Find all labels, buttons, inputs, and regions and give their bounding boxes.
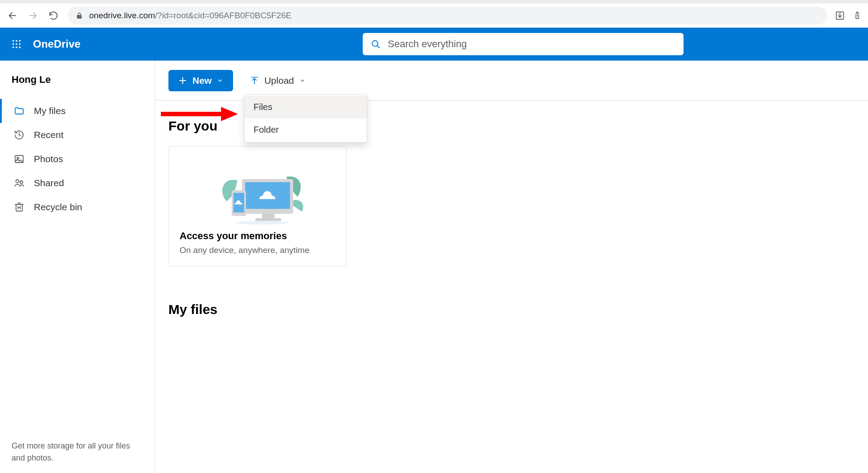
upload-dropdown-menu: Files Folder [244, 94, 367, 143]
svg-point-18 [16, 180, 19, 183]
svg-point-8 [12, 43, 14, 45]
svg-rect-20 [16, 204, 22, 211]
chevron-down-icon [217, 77, 223, 84]
browser-toolbar: onedrive.live.com/?id=root&cid=096AFB0F0… [0, 0, 868, 28]
svg-point-5 [12, 40, 14, 42]
card-illustration [180, 155, 336, 230]
sidebar: Hong Le My files Recent Photos [0, 61, 155, 473]
address-bar[interactable]: onedrive.live.com/?id=root&cid=096AFB0F0… [68, 7, 827, 24]
sidebar-item-recent[interactable]: Recent [0, 123, 155, 147]
url-text: onedrive.live.com/?id=root&cid=096AFB0F0… [89, 11, 291, 20]
sidebar-item-label: Recent [34, 130, 64, 140]
app-launcher-button[interactable] [0, 39, 33, 49]
sidebar-item-my-files[interactable]: My files [0, 99, 155, 123]
svg-point-7 [19, 40, 21, 42]
recent-icon [13, 129, 25, 141]
shared-icon [13, 177, 25, 189]
card-title: Access your memories [180, 230, 336, 242]
app-header: OneDrive [0, 28, 868, 61]
svg-rect-29 [262, 214, 274, 218]
share-icon[interactable] [853, 11, 862, 20]
card-subtitle: On any device, anywhere, anytime [180, 245, 336, 255]
sidebar-item-shared[interactable]: Shared [0, 171, 155, 195]
sidebar-item-label: Photos [34, 154, 63, 164]
folder-icon [13, 105, 25, 117]
svg-point-6 [16, 40, 17, 42]
storage-upsell-text: Get more storage for all your files and … [0, 440, 155, 473]
search-box[interactable] [363, 33, 684, 55]
user-name: Hong Le [0, 74, 155, 99]
sidebar-item-photos[interactable]: Photos [0, 147, 155, 171]
svg-point-11 [12, 47, 14, 49]
sidebar-item-recycle-bin[interactable]: Recycle bin [0, 195, 155, 219]
upload-menu-item-folder[interactable]: Folder [245, 118, 367, 141]
back-button[interactable] [6, 9, 19, 22]
upload-icon [250, 76, 259, 86]
svg-rect-30 [255, 218, 281, 221]
app-name[interactable]: OneDrive [33, 38, 81, 50]
upload-button[interactable]: Upload [246, 72, 310, 90]
svg-point-33 [235, 221, 289, 224]
new-button-label: New [192, 75, 212, 86]
forward-button[interactable] [27, 9, 39, 22]
for-you-card[interactable]: Access your memories On any device, anyw… [168, 146, 347, 266]
upload-button-label: Upload [264, 75, 294, 86]
svg-point-10 [19, 43, 21, 45]
lock-icon [76, 12, 83, 19]
svg-point-19 [20, 181, 23, 183]
svg-line-15 [377, 45, 380, 48]
photos-icon [13, 153, 25, 165]
new-button[interactable]: New [168, 70, 233, 91]
upload-menu-item-files[interactable]: Files [245, 96, 367, 118]
reload-button[interactable] [47, 9, 60, 22]
recycle-icon [13, 201, 25, 213]
menu-item-label: Files [254, 102, 272, 112]
search-input[interactable] [388, 38, 676, 50]
svg-point-13 [19, 47, 21, 49]
svg-point-17 [17, 157, 19, 159]
sidebar-item-label: My files [34, 106, 66, 116]
install-app-icon[interactable] [835, 11, 845, 20]
menu-item-label: Folder [254, 125, 279, 135]
sidebar-item-label: Recycle bin [34, 202, 82, 212]
search-icon [371, 39, 381, 49]
svg-point-12 [16, 47, 17, 49]
svg-point-9 [16, 43, 17, 45]
sidebar-item-label: Shared [34, 178, 64, 188]
chevron-down-icon [299, 77, 306, 84]
main-content: New Upload Files Folder [155, 61, 868, 473]
my-files-heading: My files [168, 302, 855, 317]
